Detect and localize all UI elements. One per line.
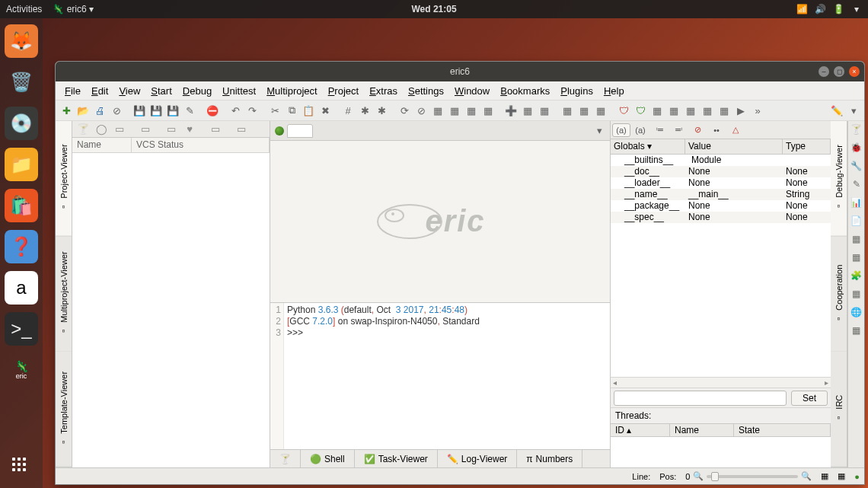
pv-page-icon[interactable]: ▭ bbox=[112, 122, 127, 137]
menu-start[interactable]: Start bbox=[146, 84, 176, 98]
pencil-icon[interactable]: ✏️ bbox=[829, 103, 844, 118]
undo-icon[interactable]: ↶ bbox=[228, 103, 243, 118]
print-icon[interactable]: 🖨 bbox=[92, 103, 107, 118]
vtab-template-viewer[interactable]: ▫Template-Viewer bbox=[56, 352, 72, 467]
rc-chart-icon[interactable]: 📊 bbox=[850, 196, 863, 209]
var-row[interactable]: __builtins__Module bbox=[611, 155, 831, 166]
shell-text[interactable]: Python 3.6.3 (default, Oct 3 2017, 21:45… bbox=[284, 303, 483, 449]
filter-icon[interactable]: 🍸 bbox=[75, 122, 91, 137]
pv-x4-icon[interactable]: ▭ bbox=[208, 122, 223, 137]
d3-icon[interactable]: ▦ bbox=[593, 103, 608, 118]
pv-x2-icon[interactable]: ▭ bbox=[164, 122, 179, 137]
rc-x3-icon[interactable]: ▦ bbox=[850, 288, 863, 300]
rc-pencil-icon[interactable]: ✎ bbox=[850, 178, 863, 190]
open-icon[interactable]: 📂 bbox=[75, 103, 91, 118]
rc-wrench-icon[interactable]: 🔧 bbox=[850, 160, 863, 172]
dock-rhythmbox[interactable]: 💿 bbox=[5, 107, 38, 140]
bottom-tab-🍸[interactable]: 🍸 bbox=[270, 450, 301, 467]
e4-icon[interactable]: ▦ bbox=[700, 103, 715, 118]
e5-icon[interactable]: ▦ bbox=[716, 103, 732, 118]
rv-error-icon[interactable]: ⊘ bbox=[688, 123, 707, 137]
editor-dropdown-icon[interactable]: ▾ bbox=[592, 123, 607, 139]
refresh-icon[interactable]: ⟳ bbox=[397, 103, 412, 118]
pv-x1-icon[interactable]: ▭ bbox=[138, 122, 153, 137]
menu-file[interactable]: File bbox=[60, 84, 85, 98]
threads-table[interactable] bbox=[611, 437, 831, 467]
pv-ball-icon[interactable]: ◯ bbox=[94, 122, 109, 137]
menu-extras[interactable]: Extras bbox=[365, 84, 402, 98]
variables-table[interactable]: __builtins__Module__doc__NoneNone__loade… bbox=[611, 155, 831, 377]
wifi-icon[interactable]: 📶 bbox=[796, 4, 807, 14]
close-file-icon[interactable]: ⊘ bbox=[109, 103, 124, 118]
rc-doc-icon[interactable]: 📄 bbox=[850, 215, 863, 227]
bottom-tab-shell[interactable]: 🟢Shell bbox=[301, 450, 355, 467]
menu-plugins[interactable]: Plugins bbox=[556, 84, 598, 98]
var-row[interactable]: __name____main__String bbox=[611, 189, 831, 200]
rc-globe-icon[interactable]: 🌐 bbox=[850, 306, 863, 318]
status-i2-icon[interactable]: ▦ bbox=[838, 471, 845, 481]
project-columns[interactable]: Name VCS Status bbox=[72, 138, 270, 153]
menu-settings[interactable]: Settings bbox=[404, 84, 448, 98]
rc-x4-icon[interactable]: ▦ bbox=[850, 324, 863, 336]
rc-x1-icon[interactable]: ▦ bbox=[850, 233, 863, 245]
shield2-icon[interactable]: 🛡 bbox=[633, 103, 648, 118]
more-icon[interactable]: » bbox=[750, 103, 765, 118]
rv-list1-icon[interactable]: ≔ bbox=[650, 123, 669, 137]
zoom-in-icon[interactable]: 🔍 bbox=[801, 471, 812, 481]
menu-unittest[interactable]: Unittest bbox=[218, 84, 260, 98]
rv-globals-icon[interactable]: (a) bbox=[612, 123, 630, 137]
d2-icon[interactable]: ▦ bbox=[576, 103, 592, 118]
battery-icon[interactable]: 🔋 bbox=[833, 4, 844, 14]
pv-x5-icon[interactable]: ▭ bbox=[234, 122, 249, 137]
dock-firefox[interactable]: 🦊 bbox=[5, 24, 38, 58]
bottom-tab-numbers[interactable]: πNumbers bbox=[517, 450, 582, 467]
app-menu[interactable]: 🦎 eric6 ▾ bbox=[53, 4, 94, 14]
power-icon[interactable]: ▾ bbox=[851, 4, 862, 14]
clock[interactable]: Wed 21:05 bbox=[411, 4, 456, 14]
t3-icon[interactable]: ▦ bbox=[464, 103, 479, 118]
comment-icon[interactable]: # bbox=[340, 103, 356, 118]
dock-software[interactable]: 🛍️ bbox=[5, 189, 38, 222]
rc-puzzle-icon[interactable]: 🧩 bbox=[850, 270, 863, 282]
bug1-icon[interactable]: ✱ bbox=[357, 103, 372, 118]
activities-button[interactable]: Activities bbox=[6, 4, 42, 14]
editor-empty-tab[interactable] bbox=[287, 124, 313, 138]
bottom-tab-task-viewer[interactable]: ✅Task-Viewer bbox=[355, 450, 438, 467]
rv-list2-icon[interactable]: ≕ bbox=[669, 123, 688, 137]
vtab-project-viewer[interactable]: ▫Project-Viewer bbox=[56, 121, 72, 237]
close-button[interactable]: × bbox=[849, 66, 860, 77]
chevron-down-icon[interactable]: ▾ bbox=[846, 103, 861, 118]
show-apps-icon[interactable] bbox=[12, 458, 30, 476]
dock-files[interactable]: 📁 bbox=[5, 148, 38, 181]
menu-bookmarks[interactable]: Bookmarks bbox=[496, 84, 554, 98]
minimize-button[interactable]: – bbox=[819, 66, 829, 77]
vtab-cooperation[interactable]: ▫Cooperation bbox=[831, 237, 847, 352]
zoom-out-icon[interactable]: 🔍 bbox=[693, 471, 704, 481]
vtab-multiproject-viewer[interactable]: ▫Multiproject-Viewer bbox=[56, 237, 72, 352]
rc-filter-icon[interactable]: 🍸 bbox=[850, 123, 863, 136]
vtab-debug-viewer[interactable]: ▫Debug-Viewer bbox=[831, 121, 847, 237]
dock-amazon[interactable]: a bbox=[5, 271, 38, 305]
zoom-slider[interactable] bbox=[707, 475, 798, 478]
menu-help[interactable]: Help bbox=[599, 84, 629, 98]
titlebar[interactable]: eric6 – ◻ × bbox=[56, 62, 864, 81]
rv-warn-icon[interactable]: △ bbox=[726, 123, 745, 137]
project-tree[interactable] bbox=[72, 153, 270, 467]
variable-filter-input[interactable] bbox=[614, 391, 787, 406]
var-row[interactable]: __doc__NoneNone bbox=[611, 166, 831, 177]
dock-help[interactable]: ❓ bbox=[5, 230, 38, 263]
menu-multiproject[interactable]: Multiproject bbox=[262, 84, 321, 98]
t1-icon[interactable]: ▦ bbox=[430, 103, 445, 118]
cut-icon[interactable]: ✂ bbox=[267, 103, 282, 118]
bottom-tab-log-viewer[interactable]: ✏️Log-Viewer bbox=[438, 450, 517, 467]
t4-icon[interactable]: ▦ bbox=[480, 103, 496, 118]
paste-icon[interactable]: 📋 bbox=[301, 103, 316, 118]
var-row[interactable]: __loader__NoneNone bbox=[611, 177, 831, 189]
redo-icon[interactable]: ↷ bbox=[244, 103, 260, 118]
p2-icon[interactable]: ▦ bbox=[537, 103, 552, 118]
dock-terminal[interactable]: >_ bbox=[5, 312, 38, 346]
d1-icon[interactable]: ▦ bbox=[560, 103, 575, 118]
zoom-control[interactable]: 0 🔍 🔍 bbox=[685, 471, 812, 481]
rc-bug-icon[interactable]: 🐞 bbox=[850, 142, 863, 154]
rc-x2-icon[interactable]: ▦ bbox=[850, 251, 863, 263]
